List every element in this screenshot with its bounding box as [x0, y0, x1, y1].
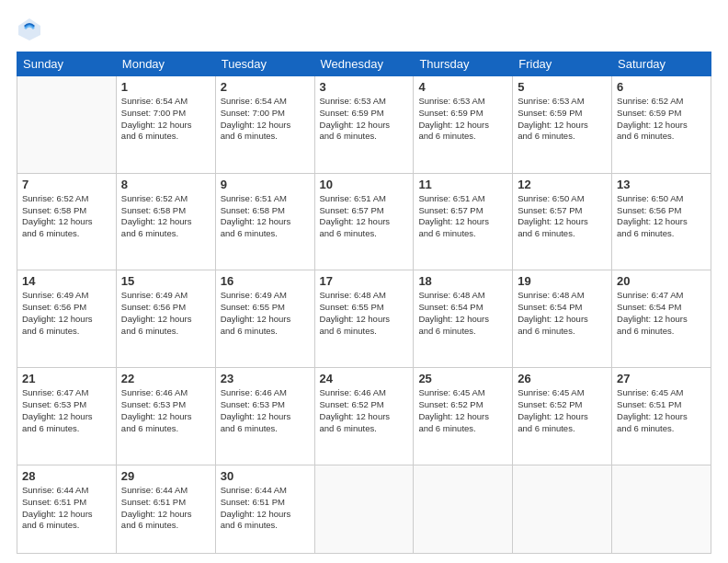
calendar-cell: 3Sunrise: 6:53 AM Sunset: 6:59 PM Daylig… — [314, 76, 414, 174]
calendar-cell: 7Sunrise: 6:52 AM Sunset: 6:58 PM Daylig… — [17, 173, 117, 270]
day-info: Sunrise: 6:47 AM Sunset: 6:53 PM Dayligh… — [22, 387, 111, 434]
calendar-cell: 19Sunrise: 6:48 AM Sunset: 6:54 PM Dayli… — [513, 270, 612, 368]
weekday-header-row: SundayMondayTuesdayWednesdayThursdayFrid… — [17, 52, 711, 76]
calendar-cell: 6Sunrise: 6:52 AM Sunset: 6:59 PM Daylig… — [612, 76, 711, 174]
day-number: 8 — [121, 178, 210, 191]
day-number: 10 — [320, 178, 409, 191]
calendar-cell: 21Sunrise: 6:47 AM Sunset: 6:53 PM Dayli… — [17, 368, 117, 465]
day-info: Sunrise: 6:49 AM Sunset: 6:56 PM Dayligh… — [22, 290, 111, 337]
calendar-cell: 25Sunrise: 6:45 AM Sunset: 6:52 PM Dayli… — [414, 368, 513, 465]
day-info: Sunrise: 6:54 AM Sunset: 7:00 PM Dayligh… — [121, 96, 210, 143]
calendar-cell: 12Sunrise: 6:50 AM Sunset: 6:57 PM Dayli… — [513, 173, 612, 270]
day-number: 25 — [418, 372, 507, 385]
day-info: Sunrise: 6:50 AM Sunset: 6:57 PM Dayligh… — [518, 193, 607, 240]
calendar-cell: 14Sunrise: 6:49 AM Sunset: 6:56 PM Dayli… — [17, 270, 117, 368]
svg-marker-0 — [18, 18, 40, 40]
week-row-4: 28Sunrise: 6:44 AM Sunset: 6:51 PM Dayli… — [17, 465, 711, 553]
day-info: Sunrise: 6:45 AM Sunset: 6:52 PM Dayligh… — [418, 387, 507, 434]
day-info: Sunrise: 6:48 AM Sunset: 6:55 PM Dayligh… — [320, 290, 409, 337]
day-number: 7 — [22, 178, 111, 191]
page: SundayMondayTuesdayWednesdayThursdayFrid… — [0, 0, 728, 563]
calendar-cell: 9Sunrise: 6:51 AM Sunset: 6:58 PM Daylig… — [215, 173, 314, 270]
day-number: 2 — [221, 80, 310, 94]
day-info: Sunrise: 6:47 AM Sunset: 6:54 PM Dayligh… — [617, 290, 706, 337]
calendar-cell: 20Sunrise: 6:47 AM Sunset: 6:54 PM Dayli… — [612, 270, 711, 368]
day-number: 27 — [617, 372, 706, 385]
week-row-1: 7Sunrise: 6:52 AM Sunset: 6:58 PM Daylig… — [17, 173, 711, 270]
day-number: 22 — [121, 372, 210, 385]
day-info: Sunrise: 6:53 AM Sunset: 6:59 PM Dayligh… — [518, 96, 607, 143]
calendar-cell: 30Sunrise: 6:44 AM Sunset: 6:51 PM Dayli… — [215, 465, 314, 553]
day-info: Sunrise: 6:44 AM Sunset: 6:51 PM Dayligh… — [121, 485, 210, 532]
logo-icon — [17, 17, 42, 42]
day-info: Sunrise: 6:51 AM Sunset: 6:57 PM Dayligh… — [320, 193, 409, 240]
day-number: 21 — [22, 372, 111, 385]
calendar-cell: 4Sunrise: 6:53 AM Sunset: 6:59 PM Daylig… — [414, 76, 513, 174]
weekday-header-saturday: Saturday — [612, 52, 711, 76]
weekday-header-thursday: Thursday — [414, 52, 513, 76]
calendar-cell — [414, 465, 513, 553]
day-info: Sunrise: 6:45 AM Sunset: 6:51 PM Dayligh… — [617, 387, 706, 434]
calendar-cell: 1Sunrise: 6:54 AM Sunset: 7:00 PM Daylig… — [116, 76, 215, 174]
day-info: Sunrise: 6:48 AM Sunset: 6:54 PM Dayligh… — [418, 290, 507, 337]
calendar-cell: 23Sunrise: 6:46 AM Sunset: 6:53 PM Dayli… — [215, 368, 314, 465]
calendar-cell: 13Sunrise: 6:50 AM Sunset: 6:56 PM Dayli… — [612, 173, 711, 270]
day-info: Sunrise: 6:49 AM Sunset: 6:56 PM Dayligh… — [121, 290, 210, 337]
calendar-cell: 15Sunrise: 6:49 AM Sunset: 6:56 PM Dayli… — [116, 270, 215, 368]
day-info: Sunrise: 6:52 AM Sunset: 6:59 PM Dayligh… — [617, 96, 706, 143]
day-number: 11 — [418, 178, 507, 191]
weekday-header-friday: Friday — [513, 52, 612, 76]
day-number: 24 — [320, 372, 409, 385]
calendar-cell: 2Sunrise: 6:54 AM Sunset: 7:00 PM Daylig… — [215, 76, 314, 174]
day-info: Sunrise: 6:46 AM Sunset: 6:53 PM Dayligh… — [121, 387, 210, 434]
day-number: 20 — [617, 274, 706, 288]
calendar-cell: 27Sunrise: 6:45 AM Sunset: 6:51 PM Dayli… — [612, 368, 711, 465]
week-row-3: 21Sunrise: 6:47 AM Sunset: 6:53 PM Dayli… — [17, 368, 711, 465]
day-number: 18 — [418, 274, 507, 288]
day-number: 6 — [617, 80, 706, 94]
calendar-cell: 22Sunrise: 6:46 AM Sunset: 6:53 PM Dayli… — [116, 368, 215, 465]
day-info: Sunrise: 6:44 AM Sunset: 6:51 PM Dayligh… — [221, 485, 310, 532]
day-number: 23 — [221, 372, 310, 385]
day-info: Sunrise: 6:44 AM Sunset: 6:51 PM Dayligh… — [22, 485, 111, 532]
day-info: Sunrise: 6:50 AM Sunset: 6:56 PM Dayligh… — [617, 193, 706, 240]
day-number: 12 — [518, 178, 607, 191]
calendar-cell — [17, 76, 117, 174]
day-number: 28 — [22, 469, 111, 483]
day-info: Sunrise: 6:51 AM Sunset: 6:58 PM Dayligh… — [221, 193, 310, 240]
calendar-cell: 28Sunrise: 6:44 AM Sunset: 6:51 PM Dayli… — [17, 465, 117, 553]
calendar-cell: 18Sunrise: 6:48 AM Sunset: 6:54 PM Dayli… — [414, 270, 513, 368]
day-info: Sunrise: 6:45 AM Sunset: 6:52 PM Dayligh… — [518, 387, 607, 434]
calendar-cell: 8Sunrise: 6:52 AM Sunset: 6:58 PM Daylig… — [116, 173, 215, 270]
day-number: 1 — [121, 80, 210, 94]
day-number: 29 — [121, 469, 210, 483]
weekday-header-tuesday: Tuesday — [215, 52, 314, 76]
day-number: 19 — [518, 274, 607, 288]
day-number: 14 — [22, 274, 111, 288]
weekday-header-sunday: Sunday — [17, 52, 117, 76]
calendar-cell: 29Sunrise: 6:44 AM Sunset: 6:51 PM Dayli… — [116, 465, 215, 553]
header — [17, 17, 711, 42]
weekday-header-wednesday: Wednesday — [314, 52, 414, 76]
calendar-cell — [612, 465, 711, 553]
day-info: Sunrise: 6:46 AM Sunset: 6:53 PM Dayligh… — [221, 387, 310, 434]
day-number: 17 — [320, 274, 409, 288]
day-info: Sunrise: 6:53 AM Sunset: 6:59 PM Dayligh… — [320, 96, 409, 143]
day-info: Sunrise: 6:49 AM Sunset: 6:55 PM Dayligh… — [221, 290, 310, 337]
weekday-header-monday: Monday — [116, 52, 215, 76]
day-info: Sunrise: 6:52 AM Sunset: 6:58 PM Dayligh… — [121, 193, 210, 240]
day-number: 9 — [221, 178, 310, 191]
calendar-cell: 17Sunrise: 6:48 AM Sunset: 6:55 PM Dayli… — [314, 270, 414, 368]
calendar-cell: 11Sunrise: 6:51 AM Sunset: 6:57 PM Dayli… — [414, 173, 513, 270]
day-info: Sunrise: 6:48 AM Sunset: 6:54 PM Dayligh… — [518, 290, 607, 337]
calendar-cell — [314, 465, 414, 553]
day-info: Sunrise: 6:52 AM Sunset: 6:58 PM Dayligh… — [22, 193, 111, 240]
day-number: 26 — [518, 372, 607, 385]
calendar-cell: 16Sunrise: 6:49 AM Sunset: 6:55 PM Dayli… — [215, 270, 314, 368]
day-number: 4 — [418, 80, 507, 94]
calendar-cell: 26Sunrise: 6:45 AM Sunset: 6:52 PM Dayli… — [513, 368, 612, 465]
calendar-cell — [513, 465, 612, 553]
calendar-cell: 24Sunrise: 6:46 AM Sunset: 6:52 PM Dayli… — [314, 368, 414, 465]
calendar-table: SundayMondayTuesdayWednesdayThursdayFrid… — [17, 52, 711, 554]
calendar-cell: 5Sunrise: 6:53 AM Sunset: 6:59 PM Daylig… — [513, 76, 612, 174]
